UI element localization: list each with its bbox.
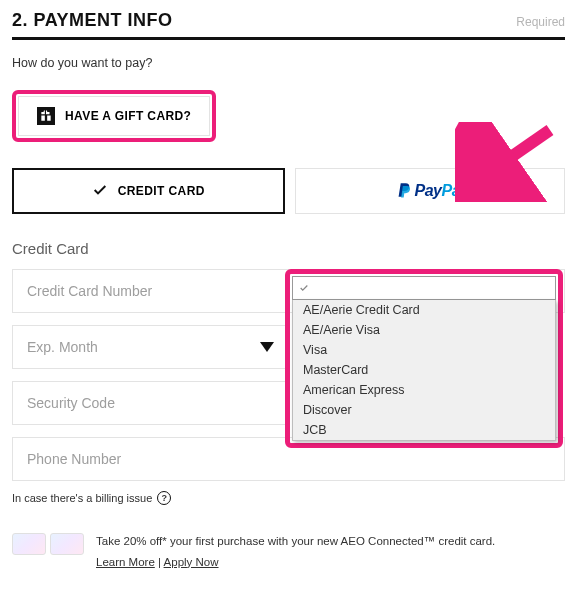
check-icon — [92, 182, 108, 201]
card-type-select[interactable] — [292, 276, 556, 300]
card-type-option[interactable]: JCB — [293, 420, 555, 440]
learn-more-link[interactable]: Learn More — [96, 556, 155, 568]
promo-card-images — [12, 533, 84, 555]
paypal-logo: PayPal — [396, 181, 464, 201]
gift-card-button[interactable]: HAVE A GIFT CARD? — [18, 96, 210, 136]
help-icon[interactable]: ? — [157, 491, 171, 505]
gift-icon — [37, 107, 55, 125]
chevron-down-icon — [260, 342, 274, 352]
credit-card-heading: Credit Card — [12, 240, 565, 257]
security-code-input[interactable]: Security Code — [12, 381, 289, 425]
credit-card-number-placeholder: Credit Card Number — [27, 283, 152, 299]
apply-now-link[interactable]: Apply Now — [164, 556, 219, 568]
card-type-option[interactable]: AE/Aerie Visa — [293, 320, 555, 340]
credit-card-method-button[interactable]: CREDIT CARD — [12, 168, 285, 214]
paypal-text-pal: Pal — [441, 182, 464, 199]
section-underline — [12, 37, 565, 40]
exp-month-placeholder: Exp. Month — [27, 339, 98, 355]
phone-number-placeholder: Phone Number — [27, 451, 121, 467]
promo-text: Take 20% off* your first purchase with y… — [96, 533, 495, 550]
gift-card-label: HAVE A GIFT CARD? — [65, 109, 191, 123]
card-type-option[interactable]: Visa — [293, 340, 555, 360]
security-code-placeholder: Security Code — [27, 395, 115, 411]
payment-prompt: How do you want to pay? — [12, 56, 565, 70]
paypal-method-button[interactable]: PayPal — [295, 168, 566, 214]
card-type-option[interactable]: American Express — [293, 380, 555, 400]
required-label: Required — [516, 15, 565, 29]
check-small-icon — [299, 283, 309, 293]
promo-sep: | — [155, 556, 164, 568]
card-type-option[interactable]: AE/Aerie Credit Card — [293, 300, 555, 320]
paypal-text-pay: Pay — [415, 182, 442, 199]
credit-card-method-label: CREDIT CARD — [118, 184, 205, 198]
card-type-option-list: AE/Aerie Credit CardAE/Aerie VisaVisaMas… — [292, 300, 556, 441]
card-type-option[interactable]: Discover — [293, 400, 555, 420]
paypal-mark-icon — [396, 181, 414, 201]
promo-card-1 — [12, 533, 46, 555]
giftcard-highlight: HAVE A GIFT CARD? — [12, 90, 216, 142]
exp-month-select[interactable]: Exp. Month — [12, 325, 289, 369]
promo-card-2 — [50, 533, 84, 555]
section-title: 2. PAYMENT INFO — [12, 10, 173, 31]
billing-note: In case there's a billing issue — [12, 492, 152, 504]
card-type-dropdown-highlight: AE/Aerie Credit CardAE/Aerie VisaVisaMas… — [285, 269, 563, 448]
card-type-option[interactable]: MasterCard — [293, 360, 555, 380]
